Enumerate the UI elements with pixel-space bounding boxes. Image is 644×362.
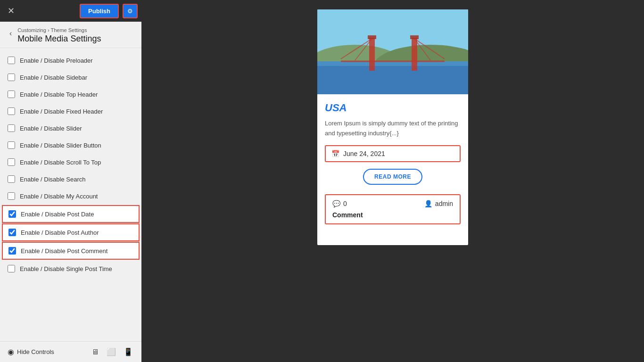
- setting-label-top-header: Enable / Disable Top Header: [20, 91, 98, 98]
- preview-area: USA Lorem Ipsum is simply dummy text of …: [141, 0, 644, 362]
- preview-wrapper: USA Lorem Ipsum is simply dummy text of …: [151, 9, 635, 353]
- comment-icon: 💬: [332, 200, 340, 207]
- author-name: admin: [435, 200, 453, 207]
- svg-rect-6: [412, 38, 417, 71]
- desktop-view-button[interactable]: 🖥: [91, 346, 100, 357]
- checkbox-preloader[interactable]: [8, 57, 15, 64]
- card-date-box: 📅 June 24, 2021: [325, 145, 461, 162]
- setting-label-preloader: Enable / Disable Preloader: [20, 57, 93, 64]
- setting-label-slider: Enable / Disable Slider: [20, 125, 82, 132]
- setting-label-post-author: Enable / Disable Post Author: [21, 229, 99, 236]
- close-button[interactable]: ✕: [4, 5, 18, 17]
- gear-button[interactable]: ⚙: [123, 4, 138, 18]
- meta-author: 👤 admin: [424, 200, 453, 207]
- breadcrumb: Customizing › Theme Settings: [17, 27, 101, 33]
- checkbox-post-comment[interactable]: [8, 247, 16, 255]
- setting-item-search[interactable]: Enable / Disable Search: [0, 171, 141, 188]
- comment-label: Comment: [332, 211, 453, 219]
- checkbox-top-header[interactable]: [8, 90, 15, 98]
- sidebar: ✕ Publish ⚙ ‹ Customizing › Theme Settin…: [0, 0, 141, 362]
- breadcrumb-parent: Customizing: [17, 27, 46, 33]
- setting-item-single-post-time[interactable]: Enable / Disable Single Post Time: [0, 260, 141, 277]
- bottom-bar: ◉ Hide Controls 🖥 ⬜ 📱: [0, 341, 141, 362]
- setting-item-post-comment[interactable]: Enable / Disable Post Comment: [2, 242, 140, 260]
- setting-item-fixed-header[interactable]: Enable / Disable Fixed Header: [0, 103, 141, 120]
- checkbox-post-author[interactable]: [8, 229, 16, 236]
- setting-item-post-date[interactable]: Enable / Disable Post Date: [2, 205, 140, 223]
- checkbox-post-date[interactable]: [8, 210, 16, 218]
- setting-item-top-header[interactable]: Enable / Disable Top Header: [0, 86, 141, 103]
- publish-button[interactable]: Publish: [80, 4, 119, 18]
- setting-label-my-account: Enable / Disable My Account: [20, 193, 98, 200]
- checkbox-sidebar[interactable]: [8, 74, 15, 81]
- checkbox-scroll-to-top[interactable]: [8, 158, 15, 166]
- checkbox-slider-button[interactable]: [8, 141, 15, 149]
- back-button[interactable]: ‹: [8, 28, 14, 39]
- preview-card: USA Lorem Ipsum is simply dummy text of …: [317, 9, 468, 245]
- calendar-icon: 📅: [331, 150, 339, 157]
- view-icons: 🖥 ⬜ 📱: [91, 346, 134, 357]
- setting-label-sidebar: Enable / Disable Sidebar: [20, 74, 87, 81]
- setting-label-post-comment: Enable / Disable Post Comment: [21, 247, 107, 255]
- setting-item-scroll-to-top[interactable]: Enable / Disable Scroll To Top: [0, 154, 141, 171]
- setting-item-slider-button[interactable]: Enable / Disable Slider Button: [0, 137, 141, 154]
- hide-controls[interactable]: ◉ Hide Controls: [8, 347, 54, 356]
- svg-rect-4: [317, 66, 468, 94]
- card-excerpt: Lorem Ipsum is simply dummy text of the …: [325, 119, 461, 139]
- checkbox-slider[interactable]: [8, 124, 15, 132]
- author-icon: 👤: [424, 200, 432, 207]
- tablet-view-button[interactable]: ⬜: [106, 346, 117, 357]
- setting-item-slider[interactable]: Enable / Disable Slider: [0, 120, 141, 137]
- breadcrumb-text: Customizing › Theme Settings Mobile Medi…: [17, 27, 101, 44]
- meta-comment: 💬 0: [332, 200, 347, 207]
- setting-item-preloader[interactable]: Enable / Disable Preloader: [0, 52, 141, 69]
- setting-item-my-account[interactable]: Enable / Disable My Account: [0, 188, 141, 205]
- svg-rect-13: [410, 35, 419, 39]
- read-more-button[interactable]: READ MORE: [363, 169, 422, 185]
- card-meta-box: 💬 0 👤 admin Comment: [325, 194, 461, 224]
- card-image: [317, 9, 468, 94]
- setting-label-fixed-header: Enable / Disable Fixed Header: [20, 108, 103, 115]
- setting-label-scroll-to-top: Enable / Disable Scroll To Top: [20, 159, 101, 166]
- checkbox-search[interactable]: [8, 175, 15, 183]
- setting-label-post-date: Enable / Disable Post Date: [21, 211, 94, 218]
- checkbox-fixed-header[interactable]: [8, 107, 15, 115]
- card-date: June 24, 2021: [343, 150, 385, 157]
- setting-item-sidebar[interactable]: Enable / Disable Sidebar: [0, 69, 141, 86]
- comment-count: 0: [343, 200, 347, 207]
- mobile-view-button[interactable]: 📱: [123, 346, 134, 357]
- setting-item-post-author[interactable]: Enable / Disable Post Author: [2, 223, 140, 241]
- breadcrumb-current: Theme Settings: [50, 27, 87, 33]
- hide-controls-label: Hide Controls: [17, 348, 54, 355]
- card-content: USA Lorem Ipsum is simply dummy text of …: [317, 94, 468, 232]
- svg-rect-12: [368, 35, 376, 39]
- svg-rect-5: [369, 38, 375, 71]
- checkbox-single-post-time[interactable]: [8, 265, 15, 272]
- setting-label-search: Enable / Disable Search: [20, 176, 85, 183]
- card-title: USA: [325, 102, 461, 114]
- hide-controls-icon: ◉: [8, 347, 14, 356]
- top-bar: ✕ Publish ⚙: [0, 0, 141, 22]
- page-title: Mobile Media Settings: [17, 34, 101, 44]
- checkbox-my-account[interactable]: [8, 192, 15, 200]
- settings-list: Enable / Disable PreloaderEnable / Disab…: [0, 48, 141, 341]
- setting-label-single-post-time: Enable / Disable Single Post Time: [20, 265, 112, 272]
- setting-label-slider-button: Enable / Disable Slider Button: [20, 142, 101, 149]
- breadcrumb-area: ‹ Customizing › Theme Settings Mobile Me…: [0, 22, 141, 48]
